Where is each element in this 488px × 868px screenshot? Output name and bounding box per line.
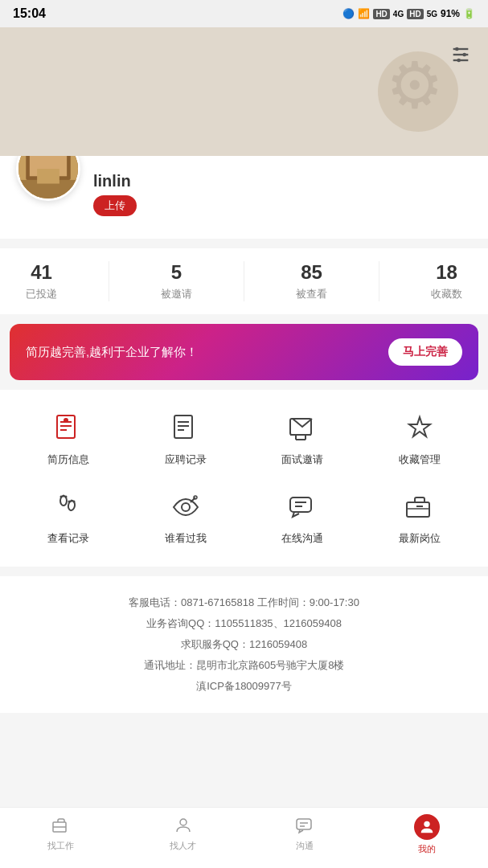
whoviewed-label: 谁看过我 [165,531,207,546]
mine-label: 我的 [418,843,436,855]
applications-label: 应聘记录 [165,452,207,467]
battery-visual: 🔋 [463,8,475,19]
nav-find-job[interactable]: 找工作 [0,814,122,855]
grid-chat[interactable]: 在线沟通 [244,481,362,554]
grid-favorites[interactable]: 收藏管理 [361,403,478,475]
nav-mine[interactable]: 我的 [366,814,488,855]
promo-banner: 简历越完善,越利于企业了解你！ 马上完善 [10,324,478,380]
grid-interviews[interactable]: 面试邀请 [244,403,362,475]
contact-line-5: 滇ICP备18009977号 [13,676,475,697]
favorites-label: 收藏管理 [399,452,441,467]
settings-button[interactable] [446,40,475,69]
nav-chat-label: 沟通 [296,840,314,852]
resume-icon [51,411,86,446]
footprints-icon [51,489,86,525]
svg-point-30 [62,495,64,497]
hd2-badge: HD [407,9,423,19]
invited-count: 5 [171,261,182,284]
svg-point-3 [455,47,459,51]
grid-footprints[interactable]: 查看记录 [10,481,127,554]
stat-viewed[interactable]: 85 被查看 [296,261,327,301]
bluetooth-icon: 🔵 [342,8,355,19]
chat-icon [285,489,320,525]
grid-row-1: 简历信息 应聘记录 [10,403,478,475]
stats-row: 41 已投递 5 被邀请 85 被查看 18 收藏数 [0,248,488,314]
promo-text: 简历越完善,越利于企业了解你！ [26,343,379,362]
contact-line-3: 求职服务QQ：1216059408 [13,634,475,655]
whoviewed-icon [168,489,203,525]
grid-jobs[interactable]: 最新岗位 [361,481,478,554]
find-job-label: 找工作 [47,840,74,852]
4g-badge: 4G [393,10,404,18]
svg-point-49 [424,821,429,827]
svg-rect-46 [297,819,311,829]
svg-point-5 [457,59,461,63]
interviews-label: 面试邀请 [281,452,323,467]
svg-rect-37 [290,497,311,512]
contact-section: 客服电话：0871-67165818 工作时间：9:00-17:30 业务咨询Q… [0,576,488,713]
promo-button[interactable]: 马上完善 [388,338,462,366]
delivered-label: 已投递 [26,287,57,301]
favorites-icon [402,411,437,446]
nav-chat[interactable]: 沟通 [244,814,367,855]
grid-applications[interactable]: 应聘记录 [127,403,244,475]
interviews-icon [285,411,320,446]
grid-row-2: 查看记录 谁看过我 在线沟通 [10,481,478,554]
find-job-icon [50,814,72,837]
svg-point-35 [182,503,190,511]
status-icons: 🔵 📶 HD 4G HD 5G 91% 🔋 [342,8,475,19]
invited-label: 被邀请 [161,287,192,301]
svg-point-32 [68,501,70,503]
status-time: 15:04 [13,6,46,21]
svg-point-31 [64,496,67,498]
status-bar: 15:04 🔵 📶 HD 4G HD 5G 91% 🔋 [0,0,488,27]
contact-line-1: 客服电话：0871-67165818 工作时间：9:00-17:30 [13,592,475,613]
svg-point-15 [64,418,68,423]
battery-icon: 91% [441,8,460,19]
5g-badge: 5G [427,10,437,18]
hd-badge: HD [373,9,389,19]
nav-find-talent[interactable]: 找人才 [122,814,244,855]
saved-count: 18 [436,261,457,284]
svg-point-33 [70,500,72,502]
profile-section: linlin 上传 [0,156,488,239]
stat-saved[interactable]: 18 收藏数 [431,261,462,301]
delivered-count: 41 [31,261,52,284]
grid-whoviewed[interactable]: 谁看过我 [127,481,244,554]
hero-banner [0,27,488,156]
stat-invited[interactable]: 5 被邀请 [161,261,192,301]
applications-icon [168,411,203,446]
saved-label: 收藏数 [431,287,462,301]
stat-delivered[interactable]: 41 已投递 [26,261,57,301]
svg-point-4 [462,53,466,57]
find-talent-label: 找人才 [170,840,196,852]
footprints-label: 查看记录 [47,531,89,546]
svg-rect-40 [407,502,429,517]
svg-rect-10 [37,169,59,184]
jobs-icon [402,489,437,525]
upload-button[interactable]: 上传 [93,195,137,216]
svg-marker-26 [409,417,430,436]
signal-icon: 📶 [358,8,370,19]
chat-label: 在线沟通 [281,531,323,546]
mine-icon [414,814,440,840]
jobs-label: 最新岗位 [399,531,441,546]
resume-label: 简历信息 [47,452,89,467]
username: linlin [93,172,137,190]
grid-menu: 简历信息 应聘记录 [0,390,488,567]
contact-line-2: 业务咨询QQ：1105511835、1216059408 [13,613,475,634]
grid-resume[interactable]: 简历信息 [10,403,127,475]
viewed-label: 被查看 [296,287,327,301]
contact-line-4: 通讯地址：昆明市北京路605号驰宇大厦8楼 [13,655,475,676]
svg-point-29 [59,496,62,498]
svg-point-45 [180,819,187,825]
find-talent-icon [172,814,195,837]
nav-chat-icon [293,814,316,837]
bottom-nav: 找工作 找人才 沟通 我的 [0,807,488,868]
svg-point-34 [72,501,75,503]
viewed-count: 85 [301,261,322,284]
